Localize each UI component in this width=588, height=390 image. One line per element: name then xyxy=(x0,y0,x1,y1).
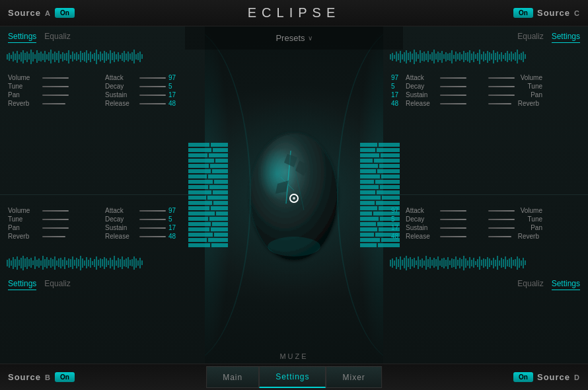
waveform-bar xyxy=(477,53,478,61)
eq-row xyxy=(360,222,400,226)
rb-attack-slider[interactable] xyxy=(440,210,466,212)
attack-slider[interactable] xyxy=(139,77,166,79)
left-bottom-equaliz-tab[interactable]: Equaliz xyxy=(44,279,70,290)
rb-decay-slider[interactable] xyxy=(440,219,466,220)
eq-row xyxy=(188,180,228,184)
rt-release-slider[interactable] xyxy=(440,103,466,104)
rb-attack-label: Attack xyxy=(406,207,437,214)
rb-reverb-label: Reverb xyxy=(514,233,539,240)
left-bottom-settings-tab[interactable]: Settings xyxy=(8,279,36,290)
lb-release-row: Release 48 xyxy=(105,233,197,240)
source-d-on-button[interactable]: On xyxy=(513,372,533,382)
nav-mixer-button[interactable]: Mixer xyxy=(326,366,382,388)
rb-tune-slider[interactable] xyxy=(488,219,515,220)
waveform-bar xyxy=(84,52,85,61)
eq-row xyxy=(360,185,400,189)
waveform-bars-2 xyxy=(7,254,198,271)
source-b-text: Source xyxy=(8,372,41,382)
rt-pan-slider[interactable] xyxy=(488,95,515,96)
left-top-controls: Volume Tune Pan Reverb xyxy=(0,69,205,112)
lb-release-slider[interactable] xyxy=(139,236,166,237)
attack-value: 97 xyxy=(168,74,180,81)
waveform-bar xyxy=(124,51,125,62)
right-top-equaliz-tab[interactable]: Equaliz xyxy=(517,32,543,43)
tune-slider[interactable] xyxy=(42,86,69,87)
waveform-bar xyxy=(18,54,20,59)
pan-slider[interactable] xyxy=(42,95,69,96)
waveform-bar xyxy=(110,258,111,268)
eq-row xyxy=(360,153,400,157)
volume-slider[interactable] xyxy=(42,77,69,79)
waveform-bar xyxy=(98,54,99,59)
waveform-bar xyxy=(521,260,522,266)
eq-cell xyxy=(188,233,213,237)
rb-sustain-slider[interactable] xyxy=(440,227,466,229)
lb-tune-label: Tune xyxy=(8,215,40,223)
waveform-bar xyxy=(74,54,75,59)
decay-slider[interactable] xyxy=(139,86,166,87)
eq-row xyxy=(360,196,400,200)
waveform-bar xyxy=(445,260,447,266)
left-bottom-waveform xyxy=(7,254,198,271)
source-b-on-button[interactable]: On xyxy=(55,372,75,382)
source-c-on-button[interactable]: On xyxy=(513,8,533,18)
rt-sustain-slider[interactable] xyxy=(440,95,466,96)
waveform-bar xyxy=(34,54,36,59)
waveform-bar xyxy=(505,256,506,269)
lb-reverb-slider[interactable] xyxy=(42,236,65,237)
lb-decay-slider[interactable] xyxy=(139,219,166,220)
rt-reverb-slider[interactable] xyxy=(488,103,511,104)
waveform-bar xyxy=(54,52,55,62)
rt-attack-row: 97 Attack xyxy=(391,74,483,81)
eq-cell xyxy=(377,148,400,152)
rb-volume-slider[interactable] xyxy=(488,210,515,212)
rt-volume-slider[interactable] xyxy=(488,77,515,79)
presets-button[interactable]: Presets ∨ xyxy=(276,33,312,43)
waveform-bar xyxy=(22,50,24,63)
nav-settings-button[interactable]: Settings xyxy=(259,366,326,388)
eq-cell xyxy=(360,148,375,152)
waveform-bar xyxy=(24,53,26,60)
rb-release-slider[interactable] xyxy=(440,236,466,237)
waveform-bar xyxy=(44,259,46,267)
eq-row xyxy=(360,233,400,237)
waveform-bar xyxy=(96,256,97,270)
left-top-equaliz-tab[interactable]: Equaliz xyxy=(44,32,70,43)
lb-attack-slider[interactable] xyxy=(139,210,166,212)
waveform-bar xyxy=(453,259,455,267)
waveform-bar xyxy=(423,52,425,61)
right-bottom-settings-tab[interactable]: Settings xyxy=(552,279,580,290)
eq-cell xyxy=(188,180,213,184)
lb-tune-slider[interactable] xyxy=(42,219,69,220)
release-slider[interactable] xyxy=(139,103,166,104)
lb-volume-slider[interactable] xyxy=(42,210,69,212)
source-a-on-button[interactable]: On xyxy=(55,8,75,18)
left-top-settings-tab[interactable]: Settings xyxy=(8,32,36,43)
eq-row xyxy=(188,238,228,242)
right-bottom-equaliz-tab[interactable]: Equaliz xyxy=(517,279,543,290)
waveform-bar xyxy=(420,260,421,266)
eq-cell xyxy=(360,201,375,205)
waveform-bar xyxy=(100,258,101,268)
sustain-value: 17 xyxy=(168,91,180,98)
waveform-bar xyxy=(141,54,143,59)
eq-cell xyxy=(360,227,377,231)
rb-reverb-slider[interactable] xyxy=(488,236,511,237)
lb-pan-slider[interactable] xyxy=(42,227,69,229)
eq-row xyxy=(360,227,400,231)
rt-tune-slider[interactable] xyxy=(488,86,515,87)
sustain-slider[interactable] xyxy=(139,95,166,96)
eq-row xyxy=(360,180,400,184)
lb-sustain-slider[interactable] xyxy=(139,227,166,229)
reverb-slider[interactable] xyxy=(42,103,65,104)
nav-main-button[interactable]: Main xyxy=(206,366,259,388)
rb-pan-slider[interactable] xyxy=(488,227,515,229)
rt-decay-slider[interactable] xyxy=(440,86,466,87)
waveform-bar xyxy=(139,258,141,268)
rt-release-row: 48 Release xyxy=(391,100,483,107)
eq-cell xyxy=(360,243,377,247)
rt-attack-slider[interactable] xyxy=(440,77,466,79)
waveform-bar xyxy=(515,259,516,266)
waveform-bar xyxy=(435,54,437,59)
right-top-settings-tab[interactable]: Settings xyxy=(552,32,580,43)
